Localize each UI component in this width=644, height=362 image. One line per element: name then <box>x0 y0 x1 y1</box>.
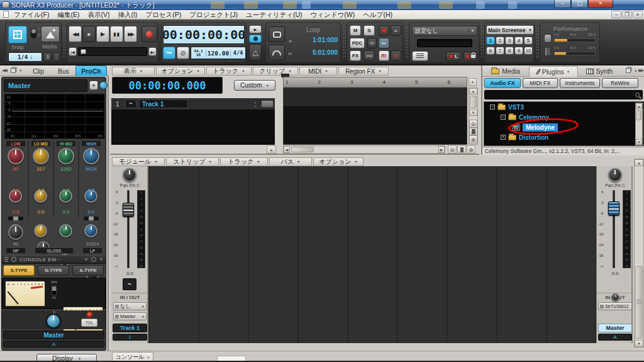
screenset-button-1[interactable]: 1 <box>486 37 495 45</box>
screenset-button-8[interactable]: 8 <box>505 47 514 55</box>
input-dropdown[interactable]: なし ▼ <box>113 302 147 310</box>
position-slider[interactable] <box>78 47 147 56</box>
tree-vscrollbar[interactable]: ▲ ▼ <box>635 103 643 145</box>
vscroll-thumb[interactable] <box>470 96 477 108</box>
mini-record-button[interactable] <box>249 35 262 43</box>
filter-midi-fx[interactable]: MIDI FX <box>523 78 558 88</box>
track-time-display[interactable]: 00:00:00.000 <box>112 77 223 94</box>
eq-graph[interactable]: 1260-6-12-18 201126323K520K <box>4 93 105 139</box>
dock-icon[interactable] <box>626 68 631 73</box>
track-name-field[interactable]: Track 1 <box>139 99 188 108</box>
empty-strip-area[interactable] <box>148 166 596 343</box>
menu-item[interactable]: ファイル(F) <box>14 11 49 20</box>
menu-item[interactable]: 編集(E) <box>57 11 79 20</box>
fx-button[interactable]: FX <box>350 50 361 61</box>
zoom-out-horizontal-button[interactable]: ⊖ <box>448 145 457 154</box>
zoom-out-vertical-button[interactable]: ⊖ <box>469 120 477 128</box>
menu-modules[interactable]: モジュール▼ <box>112 157 165 166</box>
browser-tab-plugins[interactable]: PlugIns ▼ <box>529 66 578 77</box>
collapse-bus-pane-button[interactable]: ▲ <box>267 145 276 154</box>
input-echo-button[interactable]: ●) <box>391 25 401 36</box>
screenset-button-2[interactable]: 2 <box>496 37 504 45</box>
band-label[interactable]: HIGH <box>81 140 101 147</box>
snap-toggle-button[interactable] <box>8 26 27 43</box>
pause-button[interactable]: ▮▮ <box>110 26 123 42</box>
inspector-tab-proch[interactable]: ProCh <box>75 65 107 76</box>
chevron-down-icon[interactable]: ▼ <box>19 69 22 72</box>
screenset-dropdown[interactable]: Main Screense ▼ <box>486 25 534 35</box>
scroll-up-button[interactable]: ▲ <box>636 103 642 109</box>
inspector-tab-bus[interactable]: Bus <box>52 65 75 76</box>
clips-vscrollbar[interactable]: ▲ ▼ ⊖ ⊕ <box>469 88 478 145</box>
waveform-icon-button[interactable]: ~ <box>123 278 136 290</box>
plugin-search-input[interactable] <box>484 90 643 99</box>
selection-field[interactable] <box>417 39 472 47</box>
menu-clip[interactable]: クリップ▼ <box>253 67 298 76</box>
clips-pane[interactable] <box>283 88 467 145</box>
zoom-in-horizontal-button[interactable]: ⊕ <box>467 145 475 154</box>
scroll-down-button[interactable]: ▼ <box>636 139 642 145</box>
close-button[interactable]: × <box>588 0 613 8</box>
loop-toggle-button[interactable] <box>269 26 285 42</box>
menu-region-fx[interactable]: Region FX▼ <box>338 67 389 76</box>
track-header-empty-area[interactable] <box>111 110 275 145</box>
scissors-button[interactable]: ✂ <box>379 38 389 48</box>
record-punch-button[interactable]: R! <box>379 50 389 61</box>
scroll-right-button[interactable]: ▶ <box>438 146 445 153</box>
bus-name-row[interactable]: Master <box>3 331 104 339</box>
console-tab[interactable]: コンソール × <box>112 352 153 361</box>
menu-console-options[interactable]: オプション▼ <box>313 157 364 166</box>
filter-audio-fx[interactable]: Audio FX <box>484 78 521 88</box>
gain-value[interactable]: 0.0 <box>597 271 633 276</box>
shelf-toggle[interactable] <box>83 216 99 221</box>
bypass-icon[interactable]: ⊗ <box>84 257 88 262</box>
freq-knob[interactable] <box>83 148 99 164</box>
collapse-icon[interactable]: ◀◀ <box>2 68 6 73</box>
band-label[interactable]: LO MID <box>31 140 51 147</box>
main-time-display[interactable]: 00:00:00:00 <box>163 25 245 44</box>
volume-fader[interactable] <box>123 203 134 217</box>
zoom-fit-button[interactable] <box>469 128 477 135</box>
clips-hscrollbar[interactable]: ◀ ▶ <box>283 145 445 154</box>
scroll-down-button[interactable]: ▼ <box>635 340 643 347</box>
tree-item-vst3[interactable]: − VST3 <box>484 102 643 112</box>
pan-knob[interactable] <box>608 168 622 182</box>
close-icon[interactable]: × <box>147 354 150 360</box>
browser-tab-media[interactable]: Media <box>484 66 528 76</box>
mini-play-button[interactable]: ▶ <box>249 25 262 33</box>
screenset-button-7[interactable]: 7 <box>496 47 504 55</box>
variant-row[interactable]: A <box>3 341 104 348</box>
dim-button[interactable]: DIM <box>364 50 375 61</box>
browser-tab-synth[interactable]: Synth <box>579 66 619 76</box>
minimize-button[interactable]: – <box>554 0 571 8</box>
scroll-up-button[interactable]: ▲ <box>635 159 643 166</box>
snap-to-by-toggle[interactable] <box>31 28 36 38</box>
gain-value[interactable]: 0.0 <box>111 271 148 276</box>
collapse-chevrons-icon[interactable]: ⇟ <box>99 257 103 262</box>
time-signature-display[interactable]: 4/4 <box>231 50 245 56</box>
collapse-icon[interactable]: − <box>501 115 506 120</box>
expand-icon[interactable]: + <box>501 135 506 140</box>
zoom-in-vertical-button[interactable]: ⊕ <box>469 135 477 144</box>
freq-knob[interactable] <box>8 148 24 164</box>
play-button[interactable]: ▶ <box>96 26 109 42</box>
tempo-display[interactable]: 120.00 <box>206 50 231 57</box>
title-bar[interactable]: SONAR X3 Producer - [UNTITLED2* - トラック] … <box>0 0 644 10</box>
chevron-down-icon[interactable]: ▼ <box>634 69 637 73</box>
freq-knob[interactable] <box>58 148 74 164</box>
menu-buses[interactable]: バス▼ <box>269 157 312 166</box>
preset-dropdown[interactable]: 設定なし ▼ <box>412 26 477 36</box>
record-button[interactable] <box>142 26 157 42</box>
zoom-slider-button[interactable] <box>457 145 466 154</box>
tree-item-distortion[interactable]: + Distortion <box>484 132 643 142</box>
menu-item[interactable]: プロジェクト(J) <box>189 11 238 20</box>
power-button[interactable] <box>99 81 108 89</box>
track-header[interactable]: 1 ~ Track 1 ⌄⌄ <box>111 98 275 110</box>
mdi-minimize-button[interactable]: – <box>611 11 621 18</box>
menu-view[interactable]: 表示▼ <box>112 67 155 76</box>
screenset-button-10[interactable]: 10 <box>524 47 533 55</box>
console-type-n[interactable]: N-TYPE <box>38 265 69 276</box>
mdi-restore-button[interactable]: ❐ <box>622 11 632 18</box>
hscroll-thumb[interactable] <box>291 147 314 152</box>
timeline-ruler[interactable]: 123456 <box>283 77 467 88</box>
